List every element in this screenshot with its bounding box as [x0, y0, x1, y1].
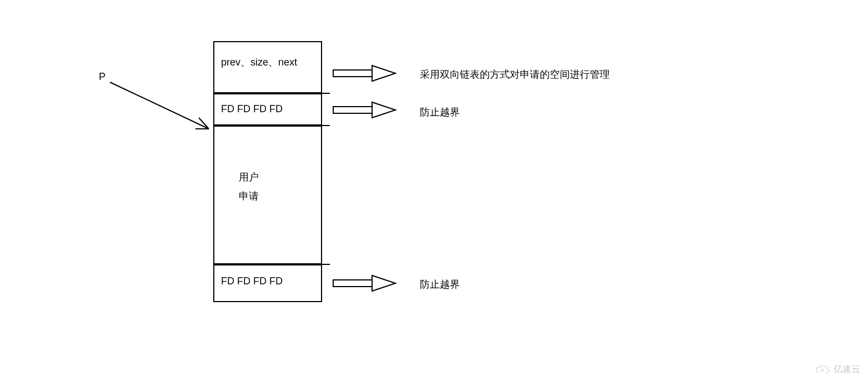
- svg-rect-5: [333, 107, 372, 113]
- svg-rect-7: [333, 280, 372, 287]
- tick-mark: [322, 93, 330, 94]
- svg-line-0: [110, 82, 209, 129]
- block-guard-top-text: FD FD FD FD: [221, 103, 321, 115]
- tick-mark: [322, 264, 330, 265]
- svg-marker-8: [372, 275, 395, 291]
- annotation-header: 采用双向链表的方式对申请的空间进行管理: [420, 68, 610, 81]
- block-header-text: prev、size、next: [221, 56, 321, 69]
- block-user-line2: 申请: [239, 187, 321, 205]
- svg-marker-6: [372, 102, 395, 118]
- tick-mark: [322, 125, 330, 126]
- svg-line-1: [199, 118, 209, 129]
- block-guard-bottom: FD FD FD FD: [213, 264, 322, 302]
- pointer-label: P: [99, 71, 106, 83]
- svg-marker-4: [372, 66, 395, 81]
- block-user: 用户 申请: [213, 126, 322, 264]
- svg-rect-3: [333, 70, 372, 77]
- watermark: 亿速云: [815, 364, 860, 375]
- annotation-guard-top: 防止越界: [420, 106, 460, 119]
- arrow-icon: [332, 100, 399, 122]
- block-guard-bottom-text: FD FD FD FD: [221, 275, 321, 287]
- watermark-text: 亿速云: [834, 364, 860, 375]
- block-header: prev、size、next: [213, 41, 322, 93]
- arrow-icon: [332, 273, 399, 295]
- svg-point-9: [821, 369, 824, 371]
- pointer-arrow: [106, 78, 217, 139]
- arrow-icon: [332, 63, 399, 86]
- annotation-guard-bottom: 防止越界: [420, 278, 460, 291]
- block-guard-top: FD FD FD FD: [213, 93, 322, 126]
- cloud-icon: [815, 365, 830, 375]
- block-user-line1: 用户: [239, 168, 321, 187]
